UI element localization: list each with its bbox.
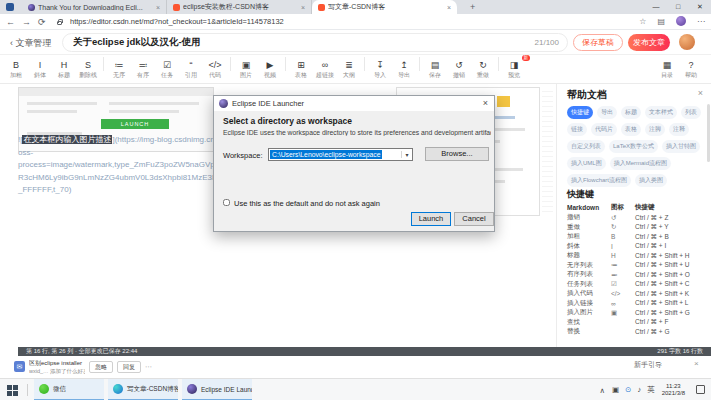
save-draft-button[interactable]: 保存草稿	[573, 34, 623, 51]
launch-button[interactable]: Launch	[411, 212, 451, 226]
tray-expand-icon[interactable]: ∧	[600, 386, 606, 395]
back-icon[interactable]: ←	[6, 16, 15, 28]
minimize-button[interactable]: —	[645, 0, 667, 14]
taskbar-app[interactable]: 写文章-CSDN博客 …	[108, 379, 178, 400]
help-tag[interactable]: 代码片	[591, 123, 617, 136]
ignore-button[interactable]: 忽略	[89, 361, 113, 373]
more-icon[interactable]: ⋯	[697, 17, 705, 26]
strikethrough-button[interactable]: S 删除线	[76, 56, 100, 82]
taskbar-app[interactable]: 微信	[34, 379, 104, 400]
help-tag[interactable]: 自定义列表	[567, 140, 605, 153]
help-tag[interactable]: 链接	[567, 123, 587, 136]
heading-button[interactable]: H 标题	[52, 56, 76, 82]
video-button[interactable]: ▶ 视频	[258, 56, 282, 82]
toolbar-item[interactable]	[100, 56, 107, 82]
start-button[interactable]	[7, 385, 18, 396]
toc-button[interactable]: ▦ 目录	[655, 57, 679, 83]
system-tray: ∧ ▣ ⊙ ♪ 英 11:23 2021/3/8	[600, 379, 686, 400]
favorite-icon[interactable]: ☆	[639, 17, 646, 26]
tab-close-icon[interactable]: ×	[301, 4, 305, 11]
ime-indicator[interactable]: 英	[647, 385, 655, 395]
redo-button[interactable]: ↻ 重做	[471, 56, 495, 82]
ordered-list-button[interactable]: ≕ 有序	[131, 56, 155, 82]
help-tag[interactable]: 注释	[669, 123, 689, 136]
help-tag[interactable]: 注脚	[645, 123, 665, 136]
tray-window-icon[interactable]: ▣	[612, 385, 619, 395]
preview-button[interactable]: ◨ 预览 新	[502, 56, 526, 82]
sidebar-close-icon[interactable]: ×	[698, 88, 703, 98]
forward-icon[interactable]: →	[22, 16, 31, 28]
help-tag[interactable]: 导出	[597, 106, 617, 119]
publish-button[interactable]: 发布文章	[628, 34, 670, 51]
article-manage-link[interactable]: ‹ 文章管理	[10, 37, 52, 50]
italic-button[interactable]: I 斜体	[28, 56, 52, 82]
hyperlink-button[interactable]: ∞ 超链接	[313, 56, 337, 82]
toolbar-item[interactable]	[282, 56, 289, 82]
maximize-button[interactable]: □	[667, 0, 689, 14]
url-text[interactable]: https://editor.csdn.net/md?not_checkout=…	[70, 17, 284, 26]
toolbar-item[interactable]	[495, 56, 502, 82]
cancel-button[interactable]: Cancel	[454, 212, 494, 226]
table-button[interactable]: ⊞ 表格	[289, 56, 313, 82]
outline-button[interactable]: ≣ 大纲	[337, 56, 361, 82]
import-button[interactable]: ↧ 导入	[368, 56, 392, 82]
message-toast[interactable]: ✉ 区别eclipse installer wxid_… 添加了什么好友? 忽略…	[14, 357, 210, 376]
user-avatar[interactable]	[679, 34, 695, 50]
toolbar-item-label: 加粗	[10, 71, 22, 79]
save-button[interactable]: ▤ 保存	[423, 56, 447, 82]
article-title-input[interactable]	[71, 34, 511, 51]
dialog-close-icon[interactable]: ×	[483, 98, 488, 108]
default-workspace-checkbox[interactable]	[223, 199, 230, 206]
toast-more-icon[interactable]: ⋯	[145, 363, 152, 371]
browse-button[interactable]: Browse...	[425, 147, 489, 161]
help-button[interactable]: ? 帮助	[679, 57, 703, 83]
browser-profile-avatar[interactable]	[676, 16, 686, 26]
quote-button[interactable]: “ 引用	[179, 56, 203, 82]
tray-browser-icon[interactable]: ⊙	[625, 385, 631, 395]
sidebar-scrollbar[interactable]	[707, 104, 710, 162]
beginner-guide-label[interactable]: 新手引导	[634, 360, 662, 370]
help-tag[interactable]: 插入Flowchart流程图	[567, 174, 631, 187]
tab-close-icon[interactable]: ×	[447, 4, 451, 11]
guide-close-icon[interactable]: ×	[694, 359, 699, 368]
help-tag[interactable]: 插入类图	[635, 174, 667, 187]
notification-center-icon[interactable]	[696, 385, 705, 394]
browser-tab[interactable]: Thank You for Downloading Ecli... ×	[22, 0, 167, 14]
article-title-field[interactable]: 21/100	[62, 33, 568, 52]
taskbar-app[interactable]: Eclipse IDE Launc…	[182, 379, 252, 400]
unordered-list-button[interactable]: ≔ 无序	[107, 56, 131, 82]
browser-tab[interactable]: 写文章-CSDN博客 ×	[312, 0, 457, 14]
help-tag[interactable]: 表格	[621, 123, 641, 136]
export-button[interactable]: ↥ 导出	[392, 56, 416, 82]
toolbar-item-label: 导入	[374, 71, 386, 79]
image-button[interactable]: ▣ 图片	[234, 56, 258, 82]
toolbar-item[interactable]	[227, 56, 234, 82]
undo-button[interactable]: ↺ 撤销	[447, 56, 471, 82]
help-tag[interactable]: 插入UML图	[567, 157, 606, 170]
reply-button[interactable]: 回复	[117, 361, 141, 373]
help-tag[interactable]: 插入甘特图	[662, 140, 700, 153]
dialog-titlebar[interactable]: Eclipse IDE Launcher ×	[214, 96, 494, 111]
tab-close-icon[interactable]: ×	[156, 4, 160, 11]
toolbar-item[interactable]	[361, 56, 368, 82]
collections-icon[interactable]: ▤	[657, 17, 665, 26]
toolbar-item[interactable]	[416, 56, 423, 82]
help-tag[interactable]: 列表	[681, 106, 701, 119]
eclipse-icon	[219, 99, 228, 108]
task-list-button[interactable]: ☑ 任务	[155, 56, 179, 82]
help-tag[interactable]: LaTeX数学公式	[609, 140, 658, 153]
taskbar-clock[interactable]: 11:23 2021/3/8	[662, 383, 685, 397]
code-button[interactable]: </> 代码	[203, 56, 227, 82]
chevron-down-icon[interactable]: ▾	[401, 151, 412, 158]
help-tag[interactable]: 插入Mermaid流程图	[610, 157, 671, 170]
refresh-icon[interactable]: ⟳	[38, 16, 46, 28]
bold-button[interactable]: B 加粗	[4, 56, 28, 82]
close-button[interactable]: ✕	[689, 0, 711, 14]
help-tag[interactable]: 标题	[621, 106, 641, 119]
tray-volume-icon[interactable]: ♪	[637, 385, 641, 395]
new-tab-button[interactable]: +	[470, 2, 475, 12]
browser-tab[interactable]: eclipse安装教程-CSDN博客 ×	[167, 0, 312, 14]
help-tag[interactable]: 快捷键	[567, 106, 593, 119]
help-tag[interactable]: 文本样式	[645, 106, 677, 119]
workspace-combobox[interactable]: C:\Users\Lenovo\eclipse-workspace ▾	[268, 148, 413, 161]
